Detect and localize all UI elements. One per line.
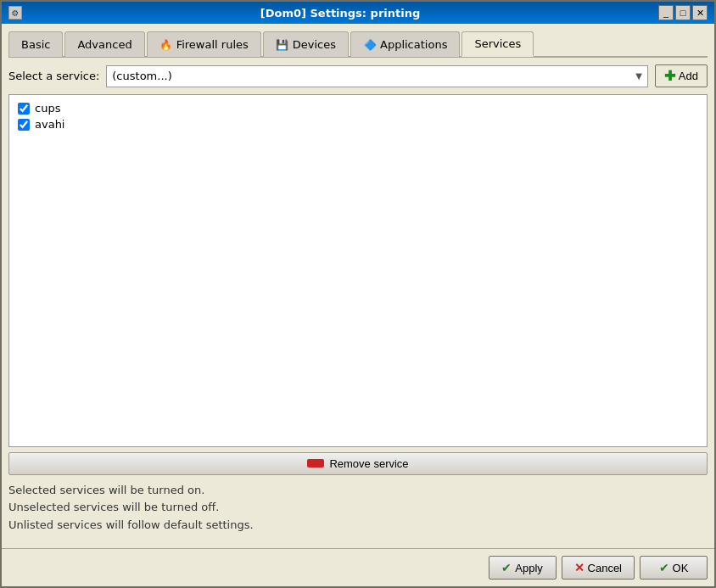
info-line-2: Unselected services will be turned off. bbox=[8, 499, 708, 517]
tab-advanced-label: Advanced bbox=[77, 38, 131, 51]
apply-check-icon: ✔ bbox=[501, 561, 512, 574]
ok-check-icon: ✔ bbox=[659, 561, 669, 574]
settings-window: ⚙ [Dom0] Settings: printing _ □ ✕ Basic … bbox=[0, 0, 716, 588]
info-line-1: Selected services will be turned on. bbox=[8, 482, 708, 500]
window-icon: ⚙ bbox=[8, 6, 22, 20]
tab-advanced[interactable]: Advanced bbox=[64, 31, 144, 57]
tab-basic[interactable]: Basic bbox=[8, 31, 63, 57]
main-content: Basic Advanced 🔥 Firewall rules 💾 Device… bbox=[2, 24, 714, 548]
tab-applications-label: Applications bbox=[380, 38, 447, 51]
service-avahi-checkbox[interactable] bbox=[18, 119, 30, 131]
tab-services[interactable]: Services bbox=[461, 31, 534, 57]
apply-label: Apply bbox=[515, 562, 543, 574]
tab-firewall-label: Firewall rules bbox=[176, 38, 249, 51]
titlebar-left: ⚙ bbox=[8, 6, 22, 20]
remove-service-label: Remove service bbox=[329, 457, 408, 470]
remove-icon bbox=[307, 459, 324, 468]
service-item-cups: cups bbox=[14, 100, 702, 116]
add-icon: ✚ bbox=[664, 68, 675, 84]
info-text-block: Selected services will be turned on. Uns… bbox=[8, 482, 708, 535]
info-line-3: Unlisted services will follow default se… bbox=[8, 517, 708, 535]
apply-button[interactable]: ✔ Apply bbox=[489, 556, 557, 580]
service-combo[interactable]: (custom...) ▼ bbox=[106, 65, 648, 87]
tab-devices-label: Devices bbox=[293, 38, 336, 51]
cancel-x-icon: ✕ bbox=[574, 561, 585, 574]
window-title: [Dom0] Settings: printing bbox=[22, 7, 658, 20]
service-cups-label: cups bbox=[35, 102, 60, 115]
add-service-button[interactable]: ✚ Add bbox=[655, 64, 708, 87]
tab-basic-label: Basic bbox=[21, 38, 50, 51]
devices-icon: 💾 bbox=[276, 38, 289, 52]
ok-label: OK bbox=[673, 562, 689, 574]
bottom-bar: ✔ Apply ✕ Cancel ✔ OK bbox=[2, 548, 714, 586]
tab-devices[interactable]: 💾 Devices bbox=[263, 31, 349, 57]
tab-bar: Basic Advanced 🔥 Firewall rules 💾 Device… bbox=[8, 31, 708, 58]
applications-icon: 🔷 bbox=[363, 38, 377, 52]
service-cups-checkbox[interactable] bbox=[18, 103, 30, 115]
firewall-icon: 🔥 bbox=[159, 38, 173, 52]
maximize-button[interactable]: □ bbox=[675, 5, 691, 20]
titlebar-buttons: _ □ ✕ bbox=[658, 5, 708, 20]
remove-service-button[interactable]: Remove service bbox=[8, 452, 708, 475]
ok-button[interactable]: ✔ OK bbox=[640, 556, 708, 580]
service-item-avahi: avahi bbox=[14, 116, 702, 132]
close-button[interactable]: ✕ bbox=[692, 5, 708, 20]
service-combo-value: (custom...) bbox=[112, 70, 171, 82]
tab-firewall-rules[interactable]: 🔥 Firewall rules bbox=[147, 31, 261, 57]
minimize-button[interactable]: _ bbox=[658, 5, 674, 20]
titlebar: ⚙ [Dom0] Settings: printing _ □ ✕ bbox=[2, 2, 714, 24]
add-button-label: Add bbox=[679, 70, 698, 82]
service-select-label: Select a service: bbox=[8, 70, 99, 82]
service-avahi-label: avahi bbox=[35, 118, 64, 131]
cancel-button[interactable]: ✕ Cancel bbox=[562, 556, 635, 580]
cancel-label: Cancel bbox=[588, 562, 622, 574]
tab-services-label: Services bbox=[474, 37, 521, 50]
service-select-row: Select a service: (custom...) ▼ ✚ Add bbox=[8, 64, 708, 87]
tab-applications[interactable]: 🔷 Applications bbox=[350, 31, 460, 57]
services-list: cups avahi bbox=[8, 94, 708, 447]
combo-arrow-icon: ▼ bbox=[635, 71, 642, 81]
